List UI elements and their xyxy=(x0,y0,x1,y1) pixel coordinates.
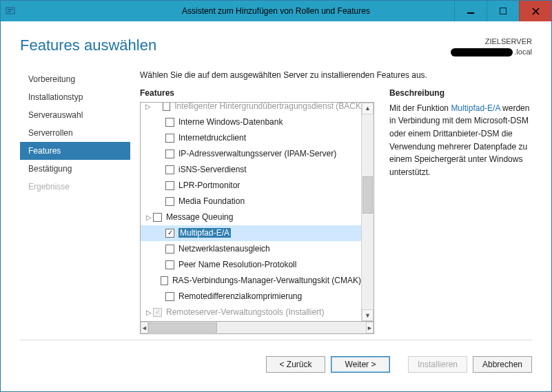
feature-checkbox[interactable] xyxy=(165,197,174,206)
wizard-window: Assistent zum Hinzufügen von Rollen und … xyxy=(0,0,552,392)
feature-checkbox[interactable] xyxy=(165,260,174,269)
feature-label: Interne Windows-Datenbank xyxy=(178,117,283,127)
minimize-button[interactable] xyxy=(454,1,487,21)
feature-row[interactable]: ▷Remoteunterstützung xyxy=(141,320,361,321)
feature-row[interactable]: ▷IP-Adressverwaltungsserver (IPAM-Server… xyxy=(141,146,361,162)
page-title: Features auswählen xyxy=(20,37,156,54)
svg-rect-1 xyxy=(8,9,13,10)
feature-row[interactable]: ▷Intelligenter Hintergrundübertragungsdi… xyxy=(141,103,361,114)
scroll-up-button[interactable]: ▲ xyxy=(362,103,374,114)
feature-checkbox[interactable] xyxy=(163,103,170,111)
feature-checkbox[interactable] xyxy=(165,181,174,190)
svg-rect-0 xyxy=(6,8,14,14)
nav-item-ergebnisse: Ergebnisse xyxy=(20,178,130,196)
nav-item-serverrollen[interactable]: Serverrollen xyxy=(20,124,130,142)
target-server-block: ZIELSERVER .local xyxy=(451,37,532,58)
feature-row[interactable]: ▷Remotedifferenzialkomprimierung xyxy=(141,289,361,305)
feature-label: Multipfad-E/A xyxy=(178,228,231,238)
feature-checkbox[interactable] xyxy=(161,276,168,285)
nav-item-vorbereitung[interactable]: Vorbereitung xyxy=(20,70,130,88)
features-header: Features xyxy=(140,88,374,98)
scroll-right-button[interactable]: ► xyxy=(366,322,374,333)
horizontal-scroll-thumb[interactable] xyxy=(148,322,217,333)
feature-label: Remotedifferenzialkomprimierung xyxy=(178,291,302,301)
feature-checkbox[interactable] xyxy=(165,134,174,143)
description-rest: werden in Verbindung mit dem Microsoft-D… xyxy=(389,103,529,177)
feature-label: iSNS-Serverdienst xyxy=(178,165,247,174)
description-prefix: Mit der Funktion xyxy=(389,103,451,113)
close-button[interactable] xyxy=(519,1,551,21)
expander-icon[interactable]: ▷ xyxy=(145,214,153,221)
feature-row[interactable]: ▷Interne Windows-Datenbank xyxy=(141,114,361,130)
expander-icon[interactable]: ▷ xyxy=(145,309,153,316)
feature-row[interactable]: ▷Media Foundation xyxy=(141,194,361,209)
vertical-scrollbar[interactable]: ▲ ▼ xyxy=(361,103,374,321)
feature-row[interactable]: ▷Netzwerklastenausgleich xyxy=(141,241,361,257)
description-link[interactable]: Multipfad-E/A xyxy=(451,103,500,113)
feature-row[interactable]: ▷Internetdruckclient xyxy=(141,130,361,146)
feature-checkbox[interactable] xyxy=(165,165,174,174)
feature-checkbox xyxy=(153,308,162,317)
feature-label: Internetdruckclient xyxy=(178,133,246,143)
target-server-name-redacted xyxy=(451,48,513,56)
description-text: Mit der Funktion Multipfad-E/A werden in… xyxy=(389,102,532,179)
feature-label: Intelligenter Hintergrundübertragungsdie… xyxy=(174,103,361,112)
description-header: Beschreibung xyxy=(389,88,532,98)
client-area: Features auswählen ZIELSERVER .local Vor… xyxy=(1,21,551,391)
nav-item-installationstyp[interactable]: Installationstyp xyxy=(20,88,130,106)
wizard-nav: VorbereitungInstallationstypServerauswah… xyxy=(20,70,130,334)
next-button[interactable]: Weiter > xyxy=(331,356,390,373)
maximize-button[interactable] xyxy=(487,1,519,21)
feature-checkbox[interactable] xyxy=(165,229,174,238)
titlebar[interactable]: Assistent zum Hinzufügen von Rollen und … xyxy=(1,1,551,21)
feature-row[interactable]: ▷RAS-Verbindungs-Manager-Verwaltungskit … xyxy=(141,273,361,289)
scroll-down-button[interactable]: ▼ xyxy=(362,309,374,321)
nav-item-serverauswahl[interactable]: Serverauswahl xyxy=(20,106,130,124)
target-server-label: ZIELSERVER xyxy=(451,37,532,47)
svg-rect-4 xyxy=(500,8,507,14)
expander-icon[interactable]: ▷ xyxy=(145,103,152,110)
feature-checkbox[interactable] xyxy=(165,245,174,254)
feature-checkbox[interactable] xyxy=(165,149,174,158)
nav-item-bestätigung[interactable]: Bestätigung xyxy=(20,160,130,178)
feature-label: Netzwerklastenausgleich xyxy=(178,244,270,254)
feature-label: LPR-Portmonitor xyxy=(178,180,240,190)
install-button: Installieren xyxy=(408,356,467,373)
nav-item-features[interactable]: Features xyxy=(20,142,130,160)
svg-rect-2 xyxy=(8,11,11,12)
feature-row[interactable]: ▷Multipfad-E/A xyxy=(141,225,361,241)
feature-row[interactable]: ▷iSNS-Serverdienst xyxy=(141,162,361,178)
cancel-button[interactable]: Abbrechen xyxy=(473,356,532,373)
feature-row[interactable]: ▷Message Queuing xyxy=(141,209,361,225)
feature-row[interactable]: ▷Remoteserver-Verwaltungstools (Installi… xyxy=(141,305,361,320)
feature-label: RAS-Verbindungs-Manager-Verwaltungskit (… xyxy=(172,276,361,285)
wizard-footer: < Zurück Weiter > Installieren Abbrechen xyxy=(20,340,532,380)
target-server-suffix: .local xyxy=(514,48,532,56)
feature-checkbox[interactable] xyxy=(165,292,174,301)
horizontal-scrollbar[interactable]: ◄ ► xyxy=(140,322,374,334)
instruction-text: Wählen Sie die auf dem ausgewählten Serv… xyxy=(140,70,532,80)
feature-row[interactable]: ▷Peer Name Resolution-Protokoll xyxy=(141,257,361,273)
feature-label: IP-Adressverwaltungsserver (IPAM-Server) xyxy=(178,149,336,158)
features-listbox[interactable]: ▷Intelligenter Hintergrundübertragungsdi… xyxy=(140,102,374,322)
feature-checkbox[interactable] xyxy=(165,118,174,127)
svg-rect-3 xyxy=(467,12,474,14)
feature-label: Remoteserver-Verwaltungstools (Installie… xyxy=(166,307,324,317)
feature-checkbox[interactable] xyxy=(153,213,162,222)
vertical-scroll-thumb[interactable] xyxy=(362,176,373,214)
feature-label: Media Foundation xyxy=(178,196,245,206)
scroll-left-button[interactable]: ◄ xyxy=(141,322,148,333)
feature-label: Message Queuing xyxy=(166,212,233,222)
feature-label: Peer Name Resolution-Protokoll xyxy=(178,260,296,269)
feature-row[interactable]: ▷LPR-Portmonitor xyxy=(141,178,361,194)
back-button[interactable]: < Zurück xyxy=(266,356,325,373)
app-icon xyxy=(1,1,20,21)
